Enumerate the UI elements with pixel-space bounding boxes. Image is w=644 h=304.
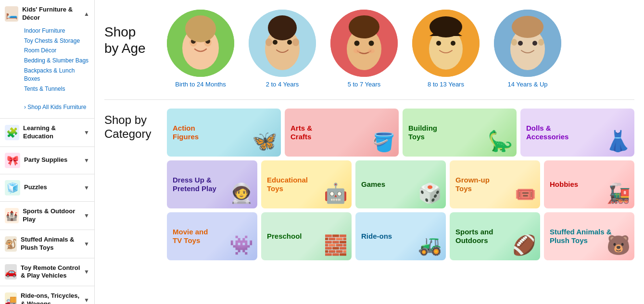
svg-point-13 — [292, 38, 299, 46]
category-card-arts-crafts[interactable]: Arts &Crafts 🪣 — [285, 109, 399, 157]
sidebar-shop-all-kids-furniture[interactable]: › Shop All Kids Furniture — [24, 102, 89, 112]
shop-by-age-section: Shopby Age — [104, 0, 634, 96]
category-title-building-toys: BuildingToys — [408, 124, 437, 141]
grownup-icon: 🎟️ — [515, 184, 536, 205]
party-icon: 🎀 — [5, 153, 20, 168]
sidebar-section-party: 🎀 Party Supplies ▼ — [0, 147, 94, 174]
category-title-games: Games — [361, 180, 385, 189]
category-card-building-toys[interactable]: BuildingToys 🦕 — [403, 109, 517, 157]
age-item-14plus[interactable]: 14 Years & Up — [494, 10, 561, 88]
svg-point-19 — [354, 49, 360, 53]
dolls-icon: 👗 — [606, 129, 631, 153]
sidebar-section-learning: 🧩 Learning & Education ▼ — [0, 119, 94, 147]
svg-point-28 — [518, 41, 523, 46]
sidebar-section-sports: 🏰 Sports & Outdoor Play ▼ — [0, 202, 94, 230]
sidebar-title-kids-furniture: Kids' Furniture & Décor — [22, 6, 84, 22]
main-content: Shopby Age — [95, 0, 644, 304]
age-item-2-4[interactable]: 2 to 4 Years — [249, 10, 316, 88]
sidebar-title-stuffed: Stuffed Animals & Plush Toys — [21, 236, 84, 252]
category-card-grownup-toys[interactable]: Grown-upToys 🎟️ — [450, 160, 540, 208]
age-item-birth-24[interactable]: Birth to 24 Months — [167, 10, 234, 88]
learning-icon: 🧩 — [5, 125, 19, 140]
chevron-down-icon-puzzles: ▼ — [84, 184, 89, 191]
sidebar-header-kids-furniture[interactable]: 🛏️ Kids' Furniture & Décor ▲ — [5, 4, 89, 24]
sidebar-header-learning[interactable]: 🧩 Learning & Education ▼ — [5, 122, 89, 143]
sidebar-section-rideons: 🚚 Ride-ons, Tricycles, & Wagons ▼ — [0, 286, 94, 304]
category-title-arts-crafts: Arts &Crafts — [290, 124, 312, 141]
preschool-icon: 🧱 — [324, 234, 348, 256]
sidebar-link-room-decor[interactable]: Room Décor — [24, 46, 89, 56]
sidebar-link-indoor-furniture[interactable]: Indoor Furniture — [24, 26, 89, 36]
category-card-preschool[interactable]: Preschool 🧱 — [261, 212, 352, 260]
sidebar-title-learning: Learning & Education — [23, 124, 84, 141]
sidebar-header-left-stuffed: 🐒 Stuffed Animals & Plush Toys — [5, 236, 84, 252]
category-title-hobbies: Hobbies — [550, 180, 578, 189]
sidebar-header-rideons[interactable]: 🚚 Ride-ons, Tricycles, & Wagons ▼ — [5, 290, 89, 304]
age-circle-8-13 — [412, 10, 480, 77]
shop-by-category-section: Shop byCategory ActionFigures 🦋 Arts &Cr… — [104, 104, 634, 265]
kids-furniture-icon: 🛏️ — [5, 6, 18, 22]
age-circle-2-4 — [249, 10, 316, 77]
chevron-down-icon-learning: ▼ — [84, 129, 89, 136]
age-circle-5-7 — [330, 10, 398, 77]
sidebar-title-remote: Toy Remote Control & Play Vehicles — [21, 264, 84, 280]
shop-by-age-title: Shopby Age — [104, 24, 152, 56]
category-card-educational[interactable]: EducationalToys 🤖 — [261, 160, 352, 208]
category-card-sports-outdoors[interactable]: Sports andOutdoors 🏈 — [450, 212, 540, 260]
age-label-8-13: 8 to 13 Years — [428, 81, 464, 88]
shop-by-category-title: Shop byCategory — [104, 113, 157, 141]
svg-point-20 — [368, 49, 375, 53]
age-label-5-7: 5 to 7 Years — [348, 81, 381, 88]
arts-crafts-icon: 🪣 — [372, 132, 395, 153]
svg-point-18 — [349, 15, 379, 38]
svg-point-31 — [511, 39, 517, 46]
puzzles-icon: 🧊 — [5, 180, 20, 195]
age-item-8-13[interactable]: 8 to 13 Years — [412, 10, 480, 88]
sidebar-header-party[interactable]: 🎀 Party Supplies ▼ — [5, 151, 89, 170]
sidebar-header-remote[interactable]: 🚗 Toy Remote Control & Play Vehicles ▼ — [5, 262, 89, 282]
child-face-14plus — [494, 10, 561, 77]
category-title-educational: EducationalToys — [267, 176, 308, 193]
sidebar-header-left-learning: 🧩 Learning & Education — [5, 124, 84, 141]
age-label-2-4: 2 to 4 Years — [266, 81, 299, 88]
svg-point-9 — [273, 40, 278, 45]
category-card-dolls-accessories[interactable]: Dolls &Accessories 👗 — [520, 109, 634, 157]
sidebar-title-rideons: Ride-ons, Tricycles, & Wagons — [21, 292, 84, 304]
sidebar-header-sports[interactable]: 🏰 Sports & Outdoor Play ▼ — [5, 206, 89, 226]
sidebar-header-left-puzzles: 🧊 Puzzles — [5, 180, 47, 195]
category-title-sports-outdoors: Sports andOutdoors — [455, 228, 493, 245]
category-title-preschool: Preschool — [267, 232, 302, 241]
sidebar-header-left-rideons: 🚚 Ride-ons, Tricycles, & Wagons — [5, 292, 84, 304]
category-card-ride-ons[interactable]: Ride-ons 🚜 — [355, 212, 446, 260]
category-card-games[interactable]: Games 🎲 — [355, 160, 446, 208]
category-card-hobbies[interactable]: Hobbies 🚂 — [544, 160, 634, 208]
sidebar-header-puzzles[interactable]: 🧊 Puzzles ▼ — [5, 178, 89, 197]
sidebar-link-toy-chests[interactable]: Toy Chests & Storage — [24, 36, 89, 46]
age-circle-birth-24 — [167, 10, 234, 77]
svg-point-29 — [532, 41, 537, 46]
sports-outdoors-icon: 🏈 — [512, 234, 536, 256]
category-card-stuffed-animals[interactable]: Stuffed Animals & Plush Toys 🐻 — [544, 212, 634, 260]
category-card-movie-tv[interactable]: Movie andTV Toys 👾 — [167, 212, 257, 260]
child-face-birth-24 — [167, 10, 234, 77]
svg-point-30 — [512, 16, 543, 38]
sidebar-link-bedding[interactable]: Bedding & Slumber Bags — [24, 56, 89, 66]
sidebar-link-backpacks[interactable]: Backpacks & Lunch Boxes — [24, 66, 89, 84]
age-item-5-7[interactable]: 5 to 7 Years — [330, 10, 398, 88]
category-card-action-figures[interactable]: ActionFigures 🦋 — [167, 109, 281, 157]
remote-icon: 🚗 — [5, 264, 17, 280]
age-circles-container: Birth to 24 Months — [167, 10, 561, 88]
sidebar-header-stuffed[interactable]: 🐒 Stuffed Animals & Plush Toys ▼ — [5, 234, 89, 254]
svg-point-32 — [538, 39, 544, 46]
chevron-down-icon-stuffed: ▼ — [84, 241, 89, 247]
svg-point-11 — [268, 15, 297, 40]
sidebar-title-party: Party Supplies — [24, 156, 67, 164]
sidebar-section-stuffed: 🐒 Stuffed Animals & Plush Toys ▼ — [0, 230, 94, 258]
sidebar-link-tents[interactable]: Tents & Tunnels — [24, 84, 89, 94]
category-title-dolls-accessories: Dolls &Accessories — [526, 124, 568, 141]
sidebar-section-puzzles: 🧊 Puzzles ▼ — [0, 174, 94, 202]
sidebar-section-kids-furniture: 🛏️ Kids' Furniture & Décor ▲ Indoor Furn… — [0, 0, 94, 119]
category-card-dress-up[interactable]: Dress Up &Pretend Play 🧑‍🚀 — [167, 160, 257, 208]
sports-icon: 🏰 — [5, 208, 19, 223]
kids-furniture-links: Indoor Furniture Toy Chests & Storage Ro… — [5, 24, 89, 114]
